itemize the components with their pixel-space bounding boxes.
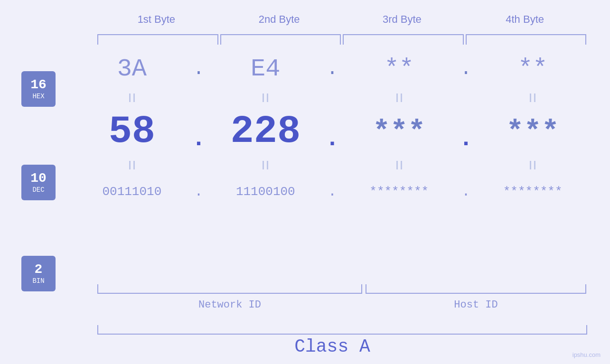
dec-row: 58 . 228 . *** . *** [74,105,591,158]
byte3-label: 3rd Byte [341,13,464,26]
base-dec-label: DEC [32,186,44,194]
bracket-class [97,325,587,335]
sep-row-1 [74,90,591,105]
byte4-label: 4th Byte [463,13,586,26]
content-area: 3A . E4 . ** . ** [74,47,591,211]
hex-dot3: . [458,58,475,80]
hex-b1: 3A [74,55,190,83]
host-id-label: Host ID [366,299,586,311]
bin-dot3: . [458,184,475,200]
byte-labels: 1st Byte 2nd Byte 3rd Byte 4th Byte [95,13,586,26]
base-box-bin: 2 BIN [21,256,56,291]
base-bin-label: BIN [32,277,44,285]
main-container: 1st Byte 2nd Byte 3rd Byte 4th Byte 16 H… [0,0,610,364]
network-id-label: Network ID [97,299,362,311]
bracket-top-1 [97,34,218,45]
bin-b4: ******** [474,185,591,199]
sep2-b4 [474,161,591,169]
bin-dot1: . [190,184,207,200]
class-label: Class A [74,336,591,357]
hex-b4: ** [474,55,591,83]
dec-dot1: . [190,111,207,152]
base-box-dec: 10 DEC [21,165,56,200]
bracket-bottom-net [97,284,362,294]
sep1-b1 [74,93,190,102]
bracket-bottom-host [366,284,586,294]
base-hex-label: HEX [32,93,44,100]
bin-row: 00111010 . 11100100 . ******** . *******… [74,173,591,211]
bin-b2: 11100100 [207,185,324,199]
hex-b2: E4 [207,55,324,83]
dec-dot3: . [458,111,475,152]
base-boxes: 16 HEX 10 DEC 2 BIN [21,71,56,291]
base-bin-num: 2 [35,262,43,277]
watermark: ipshu.com [572,351,601,358]
hex-dot2: . [324,58,341,80]
dec-b1: 58 [74,110,190,154]
dec-b2: 228 [207,110,324,154]
bracket-top-2 [220,34,341,45]
hex-row: 3A . E4 . ** . ** [74,47,591,90]
bracket-top-4 [466,34,587,45]
sep2-b2 [207,161,324,169]
hex-dot1: . [190,58,207,80]
sep-row-2 [74,158,591,173]
base-dec-num: 10 [30,171,47,186]
byte2-label: 2nd Byte [218,13,341,26]
byte1-label: 1st Byte [95,13,218,26]
hex-b3: ** [341,55,458,83]
bin-b1: 00111010 [74,185,190,199]
dec-b3: *** [341,115,458,149]
top-brackets [97,34,586,45]
base-box-hex: 16 HEX [21,71,56,107]
bin-b3: ******** [341,185,458,199]
sep2-b3 [341,161,458,169]
sep1-b3 [341,93,458,102]
sep2-b1 [74,161,190,169]
bin-dot2: . [324,184,341,200]
dec-dot2: . [324,111,341,152]
bracket-top-3 [343,34,464,45]
base-hex-num: 16 [30,78,47,93]
sep1-b2 [207,93,324,102]
sep1-b4 [474,93,591,102]
dec-b4: *** [474,115,591,149]
